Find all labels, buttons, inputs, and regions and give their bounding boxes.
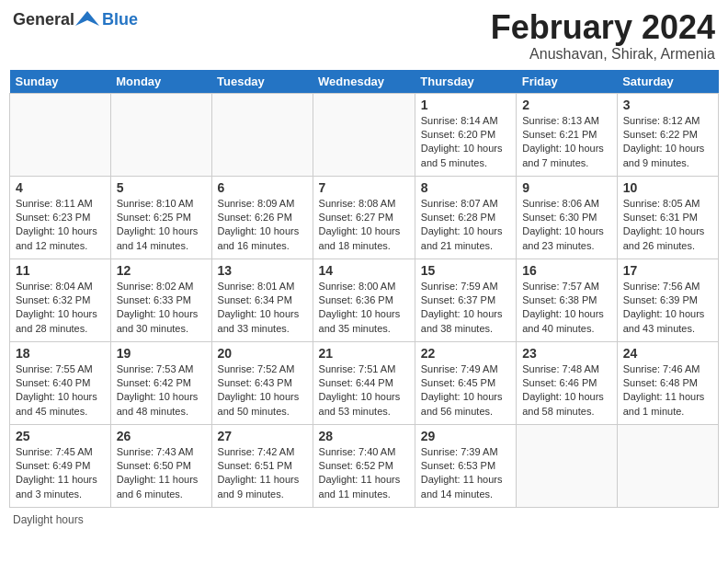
day-number: 24 <box>623 346 712 361</box>
day-info: Sunrise: 7:51 AM Sunset: 6:44 PM Dayligh… <box>319 362 409 419</box>
calendar-cell: 14Sunrise: 8:00 AM Sunset: 6:36 PM Dayli… <box>313 259 415 341</box>
calendar-location: Anushavan, Shirak, Armenia <box>491 46 715 63</box>
day-info: Sunrise: 7:56 AM Sunset: 6:39 PM Dayligh… <box>623 280 712 337</box>
calendar-cell: 3Sunrise: 8:12 AM Sunset: 6:22 PM Daylig… <box>617 93 718 176</box>
day-header-friday: Friday <box>517 70 618 94</box>
day-info: Sunrise: 8:11 AM Sunset: 6:23 PM Dayligh… <box>16 197 105 254</box>
day-info: Sunrise: 8:13 AM Sunset: 6:21 PM Dayligh… <box>522 114 611 171</box>
calendar-cell: 1Sunrise: 8:14 AM Sunset: 6:20 PM Daylig… <box>415 93 516 176</box>
day-info: Sunrise: 7:46 AM Sunset: 6:48 PM Dayligh… <box>623 362 712 419</box>
day-number: 3 <box>623 98 712 112</box>
day-number: 6 <box>218 180 307 195</box>
week-row-1: 1Sunrise: 8:14 AM Sunset: 6:20 PM Daylig… <box>10 93 719 176</box>
calendar-cell: 28Sunrise: 7:40 AM Sunset: 6:52 PM Dayli… <box>313 424 415 507</box>
day-number: 14 <box>319 263 409 278</box>
day-info: Sunrise: 7:49 AM Sunset: 6:45 PM Dayligh… <box>421 362 510 419</box>
day-info: Sunrise: 7:42 AM Sunset: 6:51 PM Dayligh… <box>218 445 307 502</box>
calendar-cell: 29Sunrise: 7:39 AM Sunset: 6:53 PM Dayli… <box>415 424 516 507</box>
logo-blue: Blue <box>102 10 138 29</box>
day-header-wednesday: Wednesday <box>313 70 415 94</box>
week-row-2: 4Sunrise: 8:11 AM Sunset: 6:23 PM Daylig… <box>10 176 719 259</box>
day-number: 17 <box>623 263 712 278</box>
logo-bird-icon <box>75 9 99 29</box>
day-number: 13 <box>218 263 307 278</box>
calendar-cell: 7Sunrise: 8:08 AM Sunset: 6:27 PM Daylig… <box>313 176 415 259</box>
day-number: 22 <box>421 346 510 361</box>
day-info: Sunrise: 7:59 AM Sunset: 6:37 PM Dayligh… <box>421 280 510 337</box>
day-number: 2 <box>522 98 611 112</box>
day-info: Sunrise: 7:39 AM Sunset: 6:53 PM Dayligh… <box>421 445 510 502</box>
calendar-cell <box>517 424 618 507</box>
day-info: Sunrise: 8:12 AM Sunset: 6:22 PM Dayligh… <box>623 114 712 171</box>
calendar-cell: 21Sunrise: 7:51 AM Sunset: 6:44 PM Dayli… <box>313 341 415 424</box>
day-info: Sunrise: 8:05 AM Sunset: 6:31 PM Dayligh… <box>623 197 712 254</box>
day-info: Sunrise: 8:09 AM Sunset: 6:26 PM Dayligh… <box>218 197 307 254</box>
calendar-cell: 6Sunrise: 8:09 AM Sunset: 6:26 PM Daylig… <box>211 176 313 259</box>
week-row-5: 25Sunrise: 7:45 AM Sunset: 6:49 PM Dayli… <box>10 424 719 507</box>
calendar-cell: 11Sunrise: 8:04 AM Sunset: 6:32 PM Dayli… <box>10 259 111 341</box>
day-number: 19 <box>117 346 206 361</box>
week-row-4: 18Sunrise: 7:55 AM Sunset: 6:40 PM Dayli… <box>10 341 719 424</box>
day-number: 1 <box>421 98 510 112</box>
calendar-cell: 27Sunrise: 7:42 AM Sunset: 6:51 PM Dayli… <box>211 424 313 507</box>
day-number: 25 <box>16 429 105 443</box>
day-header-monday: Monday <box>110 70 211 94</box>
calendar-cell: 4Sunrise: 8:11 AM Sunset: 6:23 PM Daylig… <box>10 176 111 259</box>
calendar-cell <box>110 93 211 176</box>
calendar-cell <box>10 93 111 176</box>
day-header-tuesday: Tuesday <box>211 70 313 94</box>
day-number: 11 <box>16 263 105 278</box>
day-number: 21 <box>319 346 409 361</box>
day-info: Sunrise: 7:40 AM Sunset: 6:52 PM Dayligh… <box>319 445 409 502</box>
day-number: 7 <box>319 180 409 195</box>
day-header-saturday: Saturday <box>617 70 718 94</box>
calendar-cell: 15Sunrise: 7:59 AM Sunset: 6:37 PM Dayli… <box>415 259 516 341</box>
day-info: Sunrise: 8:01 AM Sunset: 6:34 PM Dayligh… <box>218 280 307 337</box>
day-info: Sunrise: 8:06 AM Sunset: 6:30 PM Dayligh… <box>522 197 611 254</box>
calendar-cell <box>211 93 313 176</box>
calendar-cell: 13Sunrise: 8:01 AM Sunset: 6:34 PM Dayli… <box>211 259 313 341</box>
day-number: 12 <box>117 263 206 278</box>
calendar-cell: 17Sunrise: 7:56 AM Sunset: 6:39 PM Dayli… <box>617 259 718 341</box>
day-info: Sunrise: 8:00 AM Sunset: 6:36 PM Dayligh… <box>319 280 409 337</box>
day-number: 9 <box>522 180 611 195</box>
calendar-cell: 19Sunrise: 7:53 AM Sunset: 6:42 PM Dayli… <box>110 341 211 424</box>
day-number: 5 <box>117 180 206 195</box>
day-info: Sunrise: 7:45 AM Sunset: 6:49 PM Dayligh… <box>16 445 105 502</box>
day-number: 26 <box>117 429 206 443</box>
week-row-3: 11Sunrise: 8:04 AM Sunset: 6:32 PM Dayli… <box>10 259 719 341</box>
day-header-sunday: Sunday <box>10 70 111 94</box>
title-area: February 2024 Anushavan, Shirak, Armenia <box>491 9 715 63</box>
calendar-cell: 24Sunrise: 7:46 AM Sunset: 6:48 PM Dayli… <box>617 341 718 424</box>
calendar-cell: 12Sunrise: 8:02 AM Sunset: 6:33 PM Dayli… <box>110 259 211 341</box>
calendar-cell: 2Sunrise: 8:13 AM Sunset: 6:21 PM Daylig… <box>517 93 618 176</box>
day-info: Sunrise: 7:57 AM Sunset: 6:38 PM Dayligh… <box>522 280 611 337</box>
calendar-cell: 25Sunrise: 7:45 AM Sunset: 6:49 PM Dayli… <box>10 424 111 507</box>
day-info: Sunrise: 8:04 AM Sunset: 6:32 PM Dayligh… <box>16 280 105 337</box>
logo: General Blue <box>13 9 138 29</box>
day-number: 23 <box>522 346 611 361</box>
day-info: Sunrise: 8:08 AM Sunset: 6:27 PM Dayligh… <box>319 197 409 254</box>
calendar-cell: 18Sunrise: 7:55 AM Sunset: 6:40 PM Dayli… <box>10 341 111 424</box>
day-number: 8 <box>421 180 510 195</box>
calendar-cell: 9Sunrise: 8:06 AM Sunset: 6:30 PM Daylig… <box>517 176 618 259</box>
footer-note: Daylight hours <box>9 513 719 526</box>
day-info: Sunrise: 7:43 AM Sunset: 6:50 PM Dayligh… <box>117 445 206 502</box>
svg-marker-0 <box>75 11 99 26</box>
calendar-table: SundayMondayTuesdayWednesdayThursdayFrid… <box>9 70 719 508</box>
calendar-cell: 22Sunrise: 7:49 AM Sunset: 6:45 PM Dayli… <box>415 341 516 424</box>
day-info: Sunrise: 8:14 AM Sunset: 6:20 PM Dayligh… <box>421 114 510 171</box>
day-info: Sunrise: 8:02 AM Sunset: 6:33 PM Dayligh… <box>117 280 206 337</box>
day-header-thursday: Thursday <box>415 70 516 94</box>
calendar-cell: 5Sunrise: 8:10 AM Sunset: 6:25 PM Daylig… <box>110 176 211 259</box>
day-number: 29 <box>421 429 510 443</box>
day-info: Sunrise: 7:48 AM Sunset: 6:46 PM Dayligh… <box>522 362 611 419</box>
day-info: Sunrise: 8:07 AM Sunset: 6:28 PM Dayligh… <box>421 197 510 254</box>
calendar-cell: 8Sunrise: 8:07 AM Sunset: 6:28 PM Daylig… <box>415 176 516 259</box>
day-number: 28 <box>319 429 409 443</box>
calendar-cell: 20Sunrise: 7:52 AM Sunset: 6:43 PM Dayli… <box>211 341 313 424</box>
day-number: 18 <box>16 346 105 361</box>
day-number: 15 <box>421 263 510 278</box>
calendar-title: February 2024 <box>491 9 715 46</box>
calendar-cell: 23Sunrise: 7:48 AM Sunset: 6:46 PM Dayli… <box>517 341 618 424</box>
